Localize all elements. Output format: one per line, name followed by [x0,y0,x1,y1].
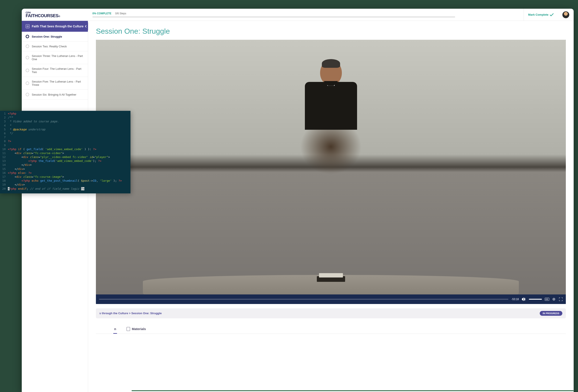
code-line[interactable]: 13 <?php the_field('add_vimeo_embed_code… [0,159,131,163]
topbar: CPH FAITHCOURSES® 0% COMPLETE 0/6 Steps … [22,9,574,21]
code-line[interactable]: 5 * @package understrap [0,128,131,131]
code-line[interactable]: 17 <div class="fc-course-image"> [0,175,131,179]
code-line[interactable]: 3 * Video added to course page. [0,120,131,124]
code-line[interactable]: 9 [0,143,131,147]
session-item[interactable]: Session Five: The Lutheran Lens - Part T… [22,77,88,90]
code-line[interactable]: 10<?php if ( get_field( 'add_vimeo_embed… [0,147,131,151]
video-controls: -53:18 CC [96,294,566,304]
code-line[interactable]: 6 */ [0,131,131,135]
session-item[interactable]: Session Three: The Lutheran Lens - Part … [22,51,88,64]
captions-button[interactable]: CC [545,297,549,301]
video-player[interactable]: -53:18 CC [96,40,566,304]
body: Faith That Sees through the Culture Sess… [22,21,574,392]
logo[interactable]: CPH FAITHCOURSES® [22,9,88,21]
tab-lesson[interactable]: n [113,325,117,334]
volume-slider[interactable] [529,299,542,300]
avatar-menu[interactable] [558,9,574,21]
seek-bar[interactable] [99,299,508,300]
document-icon [127,327,130,331]
mark-complete-button[interactable]: Mark Complete [524,9,558,21]
code-line[interactable]: 1<?php [0,112,131,116]
status-badge: IN PROGRESS [540,311,562,316]
avatar [562,11,569,18]
decorative-line [132,390,574,391]
logo-main: FAITHCOURSES [26,13,58,18]
session-item[interactable]: Session Six: Bringing It All Together [22,90,88,99]
code-line[interactable]: 18 <?php echo get_the_post_thumbnail( $p… [0,179,131,183]
session-item[interactable]: Session Four: The Lutheran Lens - Part T… [22,64,88,77]
fullscreen-icon[interactable] [559,297,563,301]
volume-icon[interactable] [522,297,526,301]
code-line[interactable]: 11 <div class="fc-course-video"> [0,151,131,155]
progress-steps: 0/6 Steps [115,12,126,15]
session-list: Session One: Struggle Session Two: Reali… [22,32,88,99]
status-circle-icon [26,69,29,72]
status-circle-icon [26,93,29,96]
code-editor-overlay: 1<?php2/**3 * Video added to course page… [0,111,131,193]
progress-percent: 0% COMPLETE [93,12,111,15]
status-circle-icon [26,56,29,59]
status-circle-icon [26,35,29,38]
main-content: Session One: Struggle -53:18 CC [88,21,574,392]
time-remaining: -53:18 [511,298,519,301]
status-circle-icon [26,82,29,85]
code-line[interactable]: 19 </div> [0,183,131,187]
progress-area: 0% COMPLETE 0/6 Steps [88,9,524,21]
status-circle-icon [26,44,29,48]
course-title-bar[interactable]: Faith That Sees through the Culture [22,21,88,32]
list-icon [26,24,30,28]
sidebar: Faith That Sees through the Culture Sess… [22,21,88,392]
code-line[interactable]: 2/** [0,116,131,120]
settings-icon[interactable] [552,297,556,301]
code-line[interactable]: 14 </div> [0,163,131,167]
tabs: n Materials [96,325,566,334]
code-line[interactable]: 8?> [0,139,131,143]
code-line[interactable]: 12 <div class="plyr__video-embed fc-vide… [0,155,131,159]
video-still [96,40,566,294]
progress-bar [93,16,455,18]
checkmark-icon [550,13,554,16]
course-title: Faith That Sees through the Culture [32,25,84,28]
code-line[interactable]: 15 </div> [0,167,131,171]
code-line[interactable]: 16<?php else: ?> [0,171,131,175]
course-app-window: CPH FAITHCOURSES® 0% COMPLETE 0/6 Steps … [22,9,574,392]
collapse-sidebar-button[interactable] [84,22,88,30]
code-line[interactable]: 20<?php endif; // end of if field_name l… [0,187,131,191]
code-line[interactable]: 7 [0,135,131,139]
page-title: Session One: Struggle [96,27,566,35]
breadcrumb-bar: s through the Culture > Session One: Str… [96,308,566,318]
session-item[interactable]: Session Two: Reality Check [22,42,88,51]
chevron-left-icon [85,25,87,28]
breadcrumb[interactable]: s through the Culture > Session One: Str… [99,312,162,315]
code-line[interactable]: 4 * [0,124,131,128]
session-item[interactable]: Session One: Struggle [22,32,88,42]
tab-materials[interactable]: Materials [126,325,147,334]
svg-point-1 [553,299,554,300]
